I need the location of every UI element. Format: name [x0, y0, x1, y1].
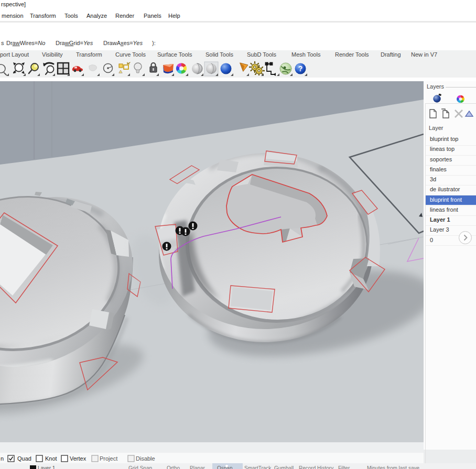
svg-text:?: ?: [298, 64, 303, 73]
